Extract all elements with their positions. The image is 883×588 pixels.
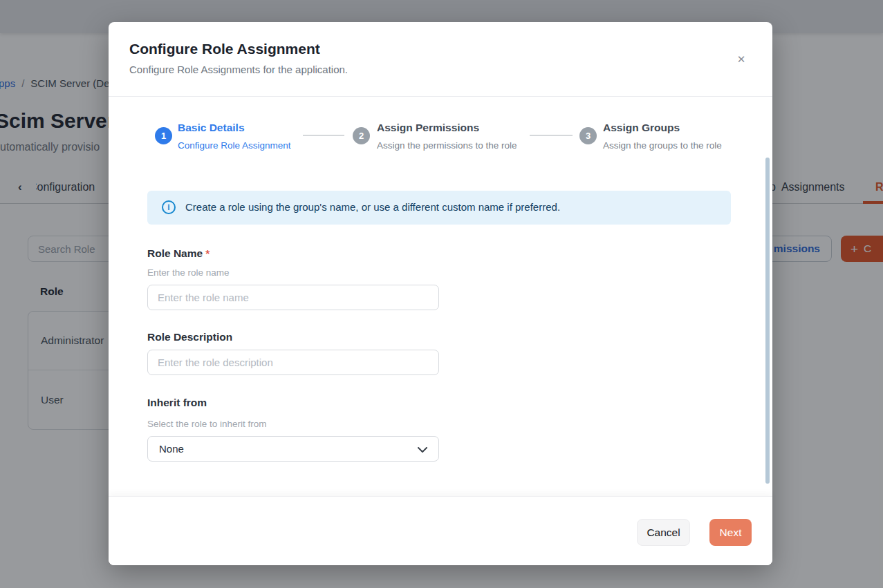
modal-scrollbar[interactable] (765, 158, 770, 484)
dialog-subtitle: Configure Role Assignments for the appli… (129, 64, 348, 75)
role-description-label: Role Description (147, 331, 232, 343)
step-3-indicator: 3 (579, 127, 597, 144)
role-name-input[interactable] (147, 285, 439, 310)
role-name-label: Role Name* (147, 247, 210, 260)
dialog-title: Configure Role Assignment (129, 41, 320, 57)
close-icon[interactable]: ✕ (732, 50, 750, 68)
step-connector (530, 135, 573, 136)
step-2-subtitle: Assign the permissions to the role (377, 140, 517, 151)
dialog-header: Configure Role Assignment Configure Role… (109, 22, 772, 97)
inherit-from-helper: Select the role to inherit from (147, 419, 267, 429)
info-banner: i Create a role using the group's name, … (147, 191, 731, 225)
info-icon: i (162, 200, 176, 214)
step-3-subtitle: Assign the groups to the role (603, 140, 722, 151)
next-button[interactable]: Next (709, 519, 752, 546)
step-3-title: Assign Groups (603, 122, 680, 134)
role-name-label-text: Role Name (147, 247, 203, 259)
role-description-input[interactable] (147, 350, 439, 375)
step-connector (303, 135, 344, 136)
inherit-from-label: Inherit from (147, 397, 207, 409)
step-1-subtitle: Configure Role Assignment (178, 140, 291, 151)
required-asterisk: * (205, 247, 210, 259)
chevron-down-icon (418, 447, 427, 453)
role-name-helper: Enter the role name (147, 267, 230, 278)
step-2-title: Assign Permissions (377, 122, 479, 134)
step-2-indicator: 2 (353, 127, 370, 144)
inherit-from-select[interactable]: None (147, 436, 439, 462)
step-1-title: Basic Details (178, 122, 245, 134)
info-banner-text: Create a role using the group's name, or… (185, 201, 560, 213)
configure-role-assignment-dialog: Configure Role Assignment Configure Role… (109, 22, 772, 565)
dialog-footer: Cancel Next (109, 496, 772, 565)
step-1-indicator: 1 (155, 127, 172, 144)
inherit-from-value: None (159, 443, 184, 455)
cancel-button[interactable]: Cancel (637, 519, 690, 546)
screen: pps / SCIM Server (Des Scim Server A uto… (0, 0, 883, 588)
